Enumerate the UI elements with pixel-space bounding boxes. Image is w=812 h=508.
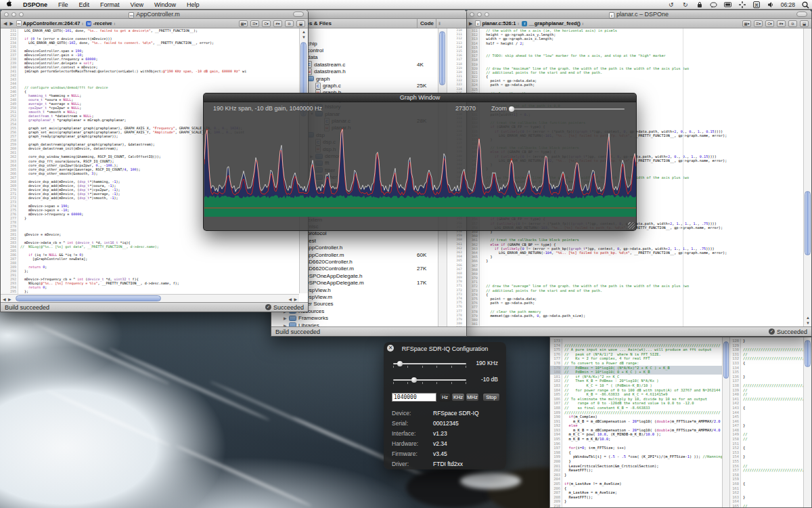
fft-vscroll-thumb[interactable] — [723, 341, 729, 379]
toolbar-pill-button[interactable] — [796, 12, 807, 17]
left-hscroll-thumb[interactable] — [16, 295, 161, 301]
code-line: 149// — [730, 432, 805, 437]
bookmarks-button[interactable]: ▦▾ — [239, 20, 248, 27]
code-line: 162 — [730, 490, 805, 495]
frequency-input[interactable] — [392, 393, 436, 402]
tree-vscroll-thumb[interactable] — [439, 31, 445, 85]
counterparts-button[interactable]: C▾ — [765, 20, 774, 27]
sync-icon[interactable]: ↻ — [681, 1, 690, 9]
chat-icon[interactable] — [710, 1, 718, 9]
code-line: 190 if(m_Complex) — [550, 415, 722, 419]
file-popup[interactable]: mAppController.m:264:47↕ — [16, 20, 84, 26]
code-line: 204 — [550, 477, 722, 482]
menu-window[interactable]: Window — [149, 0, 181, 9]
zoom-slider-knob[interactable] — [509, 106, 514, 112]
fft-pane-scrollbar[interactable] — [722, 337, 730, 507]
symbols-button[interactable]: #▾ — [273, 20, 282, 27]
history-icon[interactable]: ↺ — [667, 1, 675, 9]
c-file-icon: c — [609, 12, 614, 18]
scroll-up-icon[interactable]: ▲ — [806, 316, 810, 320]
code-column-header[interactable]: Code — [417, 19, 434, 28]
scroll-right-icon[interactable]: ▶ — [294, 297, 297, 301]
split-editor-button[interactable]: ⧉ — [285, 20, 294, 27]
left-hscrollbar[interactable]: ◀ ▶ ◀ ▶ — [1, 294, 299, 302]
tree-item[interactable]: ▶Frameworks — [271, 315, 438, 322]
toolbar-pill-button[interactable] — [293, 12, 304, 17]
display-icon[interactable] — [724, 1, 732, 9]
scroll-down-icon[interactable]: ▼ — [302, 35, 306, 39]
page-guide — [683, 28, 683, 326]
fft-code-editor[interactable]: 173174//////////////////////////////////… — [550, 339, 722, 508]
scroll-left-icon[interactable]: ◀ — [288, 297, 292, 301]
code-line: 141/////////////////////////////////////… — [730, 397, 805, 402]
breakpoints-button[interactable]: ☰▾ — [754, 20, 763, 27]
forward-icon[interactable]: ▶ — [469, 21, 472, 26]
resize-grip-icon[interactable] — [628, 222, 635, 229]
code-line: 158 — [730, 473, 805, 478]
tree-item-label: Frameworks — [298, 315, 328, 321]
stop-button[interactable]: Stop — [482, 393, 500, 402]
split-editor-button[interactable]: ⧉ — [788, 20, 797, 27]
code-line: 184// for power range of 0 to 100 dB wit… — [550, 388, 722, 393]
planar-titlebar[interactable]: cplanar.c – DSPOne — [466, 10, 811, 19]
fft-second-pane[interactable]: 128}129130//////////////////////////////… — [730, 339, 805, 508]
symbols-button[interactable]: #▾ — [777, 20, 786, 27]
mhz-button[interactable]: MHz — [466, 393, 479, 402]
info-label: Device: — [392, 410, 411, 417]
scroll-up-icon[interactable]: ▲ — [302, 30, 306, 34]
zoom-slider[interactable] — [510, 108, 625, 110]
scroll-left-icon[interactable]: ◀ — [3, 297, 6, 301]
lock-button[interactable]: ⬓ — [296, 20, 305, 27]
input-menu-icon[interactable]: ⌘ — [752, 1, 761, 9]
method-popup[interactable]: M-receive↕ — [86, 20, 115, 26]
hz-button[interactable]: Hz — [439, 393, 451, 402]
file-icon: m — [16, 20, 22, 26]
planar-vscrollbar[interactable]: ▲ ▼ — [803, 28, 811, 326]
code-line: 129 — [730, 343, 805, 348]
khz-button[interactable]: KHz — [451, 393, 465, 402]
project-statusbar: Build succeeded — [271, 326, 466, 336]
graph-window-titlebar[interactable]: Graph Window — [204, 93, 636, 102]
menu-help[interactable]: Help — [181, 0, 205, 9]
menu-edit[interactable]: Edit — [74, 0, 95, 9]
spotlight-icon[interactable] — [801, 1, 809, 9]
spaces-icon[interactable] — [738, 1, 746, 9]
menu-clock[interactable]: 06:28 — [781, 1, 795, 8]
lock-button[interactable]: ⬓ — [800, 20, 809, 27]
forward-icon[interactable]: ▶ — [9, 21, 13, 26]
scroll-down-icon[interactable]: ▼ — [806, 321, 810, 325]
counterparts-button[interactable]: C▾ — [262, 20, 271, 27]
fft-right-vscrollbar[interactable] — [803, 337, 811, 507]
fft-right-vscroll-thumb[interactable] — [805, 340, 811, 367]
method-popup[interactable]: f__graphplanar_feed()↕ — [522, 20, 583, 26]
planar-statusbar: ✓Succeeded — [466, 326, 811, 336]
breakpoints-button[interactable]: ☰▾ — [250, 20, 259, 27]
menu-file[interactable]: File — [53, 0, 74, 9]
menu-format[interactable]: Format — [95, 0, 125, 9]
span-slider[interactable] — [393, 363, 466, 364]
code-line: 140// — [730, 392, 805, 397]
m-file-icon: m — [129, 12, 134, 18]
app-menu[interactable]: DSPOne — [18, 0, 53, 9]
back-icon[interactable]: ◀ — [3, 21, 7, 26]
appcontroller-titlebar[interactable]: mAppController.m — [1, 10, 308, 19]
code-line: 145 — [730, 415, 805, 419]
planar-vscroll-thumb[interactable] — [805, 191, 811, 255]
code-line: 179// PdBmax = 10*log10( (N*A/Kx)^2 + K_… — [550, 366, 722, 371]
lock-icon[interactable] — [696, 1, 704, 9]
file-popup[interactable]: cplanar.c:526:1↕ — [475, 20, 519, 26]
scroll-right-icon[interactable]: ▶ — [8, 297, 12, 301]
apple-menu[interactable] — [0, 0, 18, 9]
column-splitter-icon[interactable]: ⫴ — [436, 19, 443, 28]
volume-icon[interactable] — [767, 1, 775, 9]
code-line: 132/////////////////////////////////////… — [730, 356, 805, 361]
gain-slider[interactable] — [393, 379, 466, 381]
bookmarks-button[interactable]: ▦▾ — [742, 20, 751, 27]
tree-item-label: DspView.m — [305, 294, 332, 300]
code-size: 27K — [417, 266, 426, 272]
disclosure-closed-icon[interactable]: ▶ — [284, 316, 289, 320]
tree-item-label: DSPOneAppDelegate.m — [305, 280, 364, 286]
planar-navbar: ▶ cplanar.c:526:1↕ f__graphplanar_feed()… — [466, 19, 811, 28]
menu-view[interactable]: View — [125, 0, 149, 9]
tree-item[interactable]: ▶Libraries — [271, 322, 438, 326]
